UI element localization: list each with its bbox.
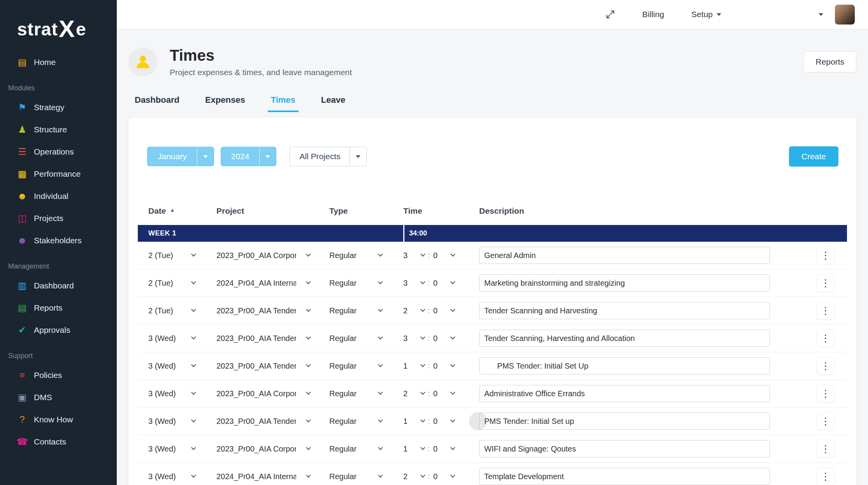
hour-select[interactable]: 3	[403, 251, 424, 260]
row-menu-button[interactable]	[817, 357, 835, 375]
project-select[interactable]: 2024_Pr04_AIA Internal	[216, 472, 310, 481]
hour-select[interactable]: 2	[403, 306, 424, 315]
type-select[interactable]: Regular	[329, 334, 382, 343]
type-select[interactable]: Regular	[329, 445, 382, 453]
date-select[interactable]: 3 (Wed)	[148, 472, 195, 481]
type-select[interactable]: Regular	[329, 251, 382, 260]
sidebar-item-projects[interactable]: ◫ Projects	[0, 207, 117, 229]
tab-leave[interactable]: Leave	[318, 95, 348, 112]
reports-button[interactable]: Reports	[803, 51, 856, 72]
minute-select[interactable]: 0	[433, 306, 454, 315]
description-input[interactable]	[479, 357, 770, 374]
fullscreen-button[interactable]	[606, 10, 615, 19]
row-menu-button[interactable]	[817, 302, 835, 320]
type-select[interactable]: Regular	[329, 279, 382, 288]
row-menu-button[interactable]	[817, 412, 835, 430]
row-menu-button[interactable]	[817, 246, 835, 264]
description-input[interactable]	[479, 413, 770, 430]
sidebar-item-approvals[interactable]: ✔ Approvals	[0, 319, 117, 341]
project-select[interactable]: 2023_Pr00_AIA Tender	[216, 362, 310, 371]
date-select[interactable]: 2 (Tue)	[148, 306, 195, 315]
sidebar-section-header: Management	[0, 251, 117, 274]
minute-select[interactable]: 0	[433, 389, 454, 398]
hour-select[interactable]: 2	[403, 389, 424, 398]
type-select[interactable]: Regular	[329, 472, 382, 481]
type-select[interactable]: Regular	[329, 306, 382, 315]
user-menu-caret[interactable]	[819, 13, 823, 16]
sidebar-item-strategy[interactable]: ⚑ Strategy	[0, 96, 117, 118]
description-input[interactable]	[479, 274, 770, 292]
hours-value: 2	[403, 389, 408, 398]
description-input[interactable]	[479, 330, 770, 347]
year-button[interactable]: 2024	[221, 147, 260, 166]
sidebar-item-home[interactable]: ▤ Home	[0, 51, 117, 73]
project-select[interactable]: 2023_Pr00_AIA Tender	[216, 417, 310, 426]
tab-times[interactable]: Times	[268, 95, 299, 112]
type-select[interactable]: Regular	[329, 389, 382, 398]
project-select[interactable]: 2024_Pr04_AIA Internal	[216, 279, 310, 288]
project-select[interactable]: 2023_Pr00_AIA Corpora	[216, 251, 310, 260]
minute-select[interactable]: 0	[433, 417, 454, 426]
sidebar-item-label: Individual	[34, 192, 69, 201]
hour-select[interactable]: 1	[403, 417, 424, 426]
project-filter-select[interactable]: All Projects	[290, 147, 350, 166]
sidebar-item-dashboard[interactable]: ▥ Dashboard	[0, 274, 117, 297]
month-button[interactable]: January	[147, 147, 197, 166]
sidebar-item-individual[interactable]: ☻ Individual	[0, 185, 117, 207]
setup-menu-item[interactable]: Setup	[691, 10, 721, 19]
year-caret-button[interactable]	[259, 147, 276, 166]
sidebar-item-dms[interactable]: ▣ DMS	[0, 386, 117, 408]
chevron-down-icon	[378, 334, 383, 339]
row-menu-button[interactable]	[817, 329, 835, 347]
minute-select[interactable]: 0	[433, 362, 454, 371]
sidebar-item-know-how[interactable]: ? Know How	[0, 408, 117, 431]
sidebar-item-performance[interactable]: ▦ Performance	[0, 163, 117, 185]
hour-select[interactable]: 2	[403, 472, 424, 481]
type-select[interactable]: Regular	[329, 417, 382, 426]
hour-select[interactable]: 1	[403, 445, 424, 453]
project-filter-caret-button[interactable]	[350, 147, 367, 166]
sidebar-item-contacts[interactable]: ☎ Contacts	[0, 431, 117, 453]
date-select[interactable]: 3 (Wed)	[148, 417, 195, 426]
date-select[interactable]: 3 (Wed)	[148, 389, 195, 398]
description-input[interactable]	[479, 247, 770, 264]
project-select[interactable]: 2023_Pr00_AIA Corpora	[216, 445, 310, 453]
column-header-date[interactable]: Date	[148, 206, 216, 216]
description-input[interactable]	[479, 440, 770, 457]
sidebar-item-structure[interactable]: ♟ Structure	[0, 118, 117, 141]
date-select[interactable]: 2 (Tue)	[148, 251, 195, 260]
project-select[interactable]: 2023_Pr00_AIA Tender	[216, 334, 310, 343]
month-caret-button[interactable]	[197, 147, 214, 166]
billing-menu-item[interactable]: Billing	[642, 10, 664, 19]
hour-select[interactable]: 3	[403, 334, 424, 343]
minute-select[interactable]: 0	[433, 334, 454, 343]
description-input[interactable]	[479, 302, 770, 319]
tab-dashboard[interactable]: Dashboard	[132, 95, 183, 112]
user-avatar-photo[interactable]	[835, 5, 855, 25]
date-select[interactable]: 3 (Wed)	[148, 362, 195, 371]
description-input[interactable]	[479, 468, 770, 485]
date-select[interactable]: 3 (Wed)	[148, 445, 195, 453]
project-select[interactable]: 2023_Pr00_AIA Corpora	[216, 389, 310, 398]
row-menu-button[interactable]	[817, 385, 835, 402]
sidebar-item-policies[interactable]: ≡ Policies	[0, 364, 117, 386]
sidebar-item-reports[interactable]: ▤ Reports	[0, 297, 117, 319]
row-menu-button[interactable]	[817, 467, 835, 485]
sidebar-item-stakeholders[interactable]: ☻ Stakeholders	[0, 229, 117, 251]
row-menu-button[interactable]	[817, 440, 835, 458]
hour-select[interactable]: 3	[403, 279, 424, 288]
project-select[interactable]: 2023_Pr00_AIA Tender	[216, 306, 310, 315]
date-select[interactable]: 3 (Wed)	[148, 334, 195, 343]
sidebar-item-operations[interactable]: ☰ Operations	[0, 141, 117, 163]
date-select[interactable]: 2 (Tue)	[148, 279, 195, 288]
minute-select[interactable]: 0	[433, 251, 454, 260]
type-select[interactable]: Regular	[329, 362, 382, 371]
create-button[interactable]: Create	[789, 146, 838, 167]
row-menu-button[interactable]	[817, 274, 835, 292]
minute-select[interactable]: 0	[433, 279, 454, 288]
hour-select[interactable]: 1	[403, 362, 424, 371]
minute-select[interactable]: 0	[433, 445, 454, 453]
description-input[interactable]	[479, 385, 770, 402]
tab-expenses[interactable]: Expenses	[202, 95, 248, 112]
minute-select[interactable]: 0	[433, 472, 454, 481]
